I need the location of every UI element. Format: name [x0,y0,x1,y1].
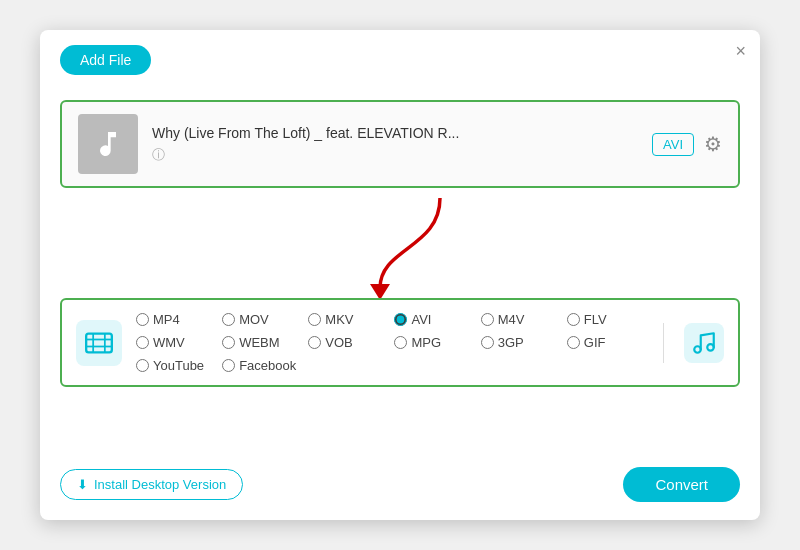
format-label-vob: VOB [325,335,352,350]
format-option-m4v[interactable]: M4V [477,310,563,329]
arrow-area [60,188,740,298]
format-label-avi: AVI [411,312,431,327]
download-icon: ⬇ [77,477,88,492]
format-label-wmv: WMV [153,335,185,350]
bottom-bar: ⬇ Install Desktop Version Convert [60,467,740,502]
format-label-youtube: YouTube [153,358,204,373]
format-option-vob[interactable]: VOB [304,333,390,352]
format-divider [663,323,664,363]
main-dialog: × Add File Why (Live From The Loft) _ fe… [40,30,760,520]
close-button[interactable]: × [735,42,746,60]
format-option-facebook[interactable]: Facebook [218,356,304,375]
file-thumbnail [78,114,138,174]
svg-marker-0 [370,284,390,298]
audio-music-icon [691,330,717,356]
format-label-gif: GIF [584,335,606,350]
convert-button[interactable]: Convert [623,467,740,502]
format-option-avi[interactable]: AVI [390,310,476,329]
format-option-youtube[interactable]: YouTube [132,356,218,375]
curved-arrow [300,188,500,298]
format-option-webm[interactable]: WEBM [218,333,304,352]
format-option-flv[interactable]: FLV [563,310,649,329]
add-file-button[interactable]: Add File [60,45,151,75]
format-option-mpg[interactable]: MPG [390,333,476,352]
audio-icon-box[interactable] [684,323,724,363]
format-label-mpg: MPG [411,335,441,350]
format-label-webm: WEBM [239,335,279,350]
svg-rect-1 [86,333,112,352]
file-actions: AVI ⚙ [652,132,722,156]
info-icon[interactable]: ⓘ [152,147,165,162]
file-card: Why (Live From The Loft) _ feat. ELEVATI… [60,100,740,188]
format-label-mkv: MKV [325,312,353,327]
current-format-badge[interactable]: AVI [652,133,694,156]
format-label-mp4: MP4 [153,312,180,327]
video-icon-box [76,320,122,366]
format-panel: MP4MOVMKVAVIM4VFLVWMVWEBMVOBMPG3GPGIFYou… [60,298,740,387]
format-option-mov[interactable]: MOV [218,310,304,329]
file-info: Why (Live From The Loft) _ feat. ELEVATI… [152,125,638,164]
format-label-mov: MOV [239,312,269,327]
video-film-icon [85,329,113,357]
format-option-mp4[interactable]: MP4 [132,310,218,329]
format-label-3gp: 3GP [498,335,524,350]
format-label-facebook: Facebook [239,358,296,373]
format-option-3gp[interactable]: 3GP [477,333,563,352]
format-option-gif[interactable]: GIF [563,333,649,352]
install-button-label: Install Desktop Version [94,477,226,492]
file-title: Why (Live From The Loft) _ feat. ELEVATI… [152,125,638,141]
svg-point-6 [694,346,701,353]
format-grid: MP4MOVMKVAVIM4VFLVWMVWEBMVOBMPG3GPGIFYou… [132,310,649,375]
svg-point-7 [707,344,714,351]
format-label-flv: FLV [584,312,607,327]
format-option-mkv[interactable]: MKV [304,310,390,329]
music-note-icon [92,128,124,160]
format-option-wmv[interactable]: WMV [132,333,218,352]
settings-icon[interactable]: ⚙ [704,132,722,156]
format-label-m4v: M4V [498,312,525,327]
install-desktop-button[interactable]: ⬇ Install Desktop Version [60,469,243,500]
